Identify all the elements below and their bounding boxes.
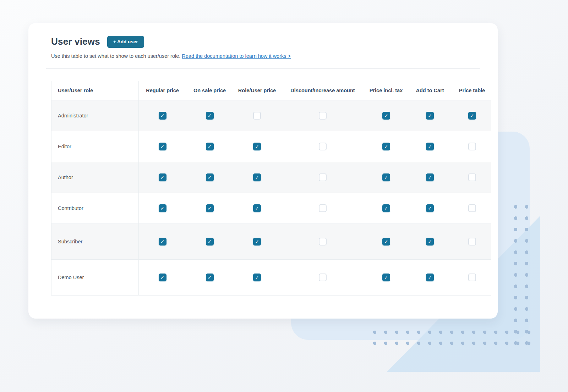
cell: ✓ bbox=[139, 193, 186, 223]
checkbox-administrator-role-user-price[interactable] bbox=[253, 112, 261, 120]
checkbox-author-discount-increase-amount[interactable] bbox=[319, 173, 327, 181]
checkbox-demo-user-role-user-price[interactable]: ✓ bbox=[253, 274, 261, 281]
checkbox-administrator-discount-increase-amount[interactable] bbox=[319, 112, 327, 120]
check-icon: ✓ bbox=[255, 175, 259, 180]
checkbox-subscriber-regular-price[interactable]: ✓ bbox=[159, 238, 166, 245]
cell: ✓ bbox=[139, 131, 186, 162]
table-row-author: Author✓✓✓✓✓ bbox=[51, 162, 491, 193]
checkbox-demo-user-on-sale-price[interactable]: ✓ bbox=[206, 274, 214, 281]
check-icon: ✓ bbox=[384, 144, 388, 149]
cell: ✓ bbox=[233, 260, 281, 295]
checkbox-contributor-role-user-price[interactable]: ✓ bbox=[253, 204, 261, 212]
cell bbox=[281, 100, 365, 131]
checkbox-contributor-add-to-cart[interactable]: ✓ bbox=[426, 204, 434, 212]
checkbox-editor-role-user-price[interactable]: ✓ bbox=[253, 143, 261, 150]
checkbox-editor-regular-price[interactable]: ✓ bbox=[159, 143, 166, 150]
checkbox-subscriber-role-user-price[interactable]: ✓ bbox=[253, 238, 261, 245]
cell: ✓ bbox=[139, 162, 186, 193]
table-header-row-container: User/User roleRegular priceOn sale price… bbox=[51, 81, 491, 100]
cell: ✓ bbox=[186, 131, 233, 162]
cell: ✓ bbox=[186, 260, 233, 295]
check-icon: ✓ bbox=[160, 205, 165, 210]
decor-dots-vertical bbox=[510, 201, 532, 349]
check-icon: ✓ bbox=[208, 239, 212, 244]
checkbox-editor-price-incl-tax[interactable]: ✓ bbox=[382, 143, 390, 150]
checkbox-editor-on-sale-price[interactable]: ✓ bbox=[206, 143, 214, 150]
row-label: Administrator bbox=[51, 100, 139, 131]
checkbox-demo-user-add-to-cart[interactable]: ✓ bbox=[426, 274, 434, 281]
cell: ✓ bbox=[139, 260, 186, 295]
checkbox-author-add-to-cart[interactable]: ✓ bbox=[426, 173, 434, 181]
cell: ✓ bbox=[365, 131, 408, 162]
table-row-subscriber: Subscriber✓✓✓✓✓ bbox=[51, 224, 491, 260]
checkbox-administrator-regular-price[interactable]: ✓ bbox=[159, 112, 166, 120]
cell bbox=[233, 100, 281, 131]
table-row-contributor: Contributor✓✓✓✓✓ bbox=[51, 193, 491, 224]
cell bbox=[281, 131, 365, 162]
cell: ✓ bbox=[408, 100, 452, 131]
cell: ✓ bbox=[365, 260, 408, 295]
checkbox-author-price-incl-tax[interactable]: ✓ bbox=[382, 173, 390, 181]
row-label: Subscriber bbox=[51, 224, 139, 259]
checkbox-contributor-price-table[interactable] bbox=[468, 204, 476, 212]
check-icon: ✓ bbox=[255, 239, 259, 244]
checkbox-contributor-price-incl-tax[interactable]: ✓ bbox=[382, 204, 390, 212]
row-label: Demo User bbox=[51, 260, 139, 295]
checkbox-author-on-sale-price[interactable]: ✓ bbox=[206, 173, 214, 181]
checkbox-administrator-price-table[interactable]: ✓ bbox=[468, 112, 476, 120]
cell: ✓ bbox=[186, 100, 233, 131]
cell: ✓ bbox=[408, 193, 452, 223]
table-row-editor: Editor✓✓✓✓✓ bbox=[51, 131, 491, 162]
checkbox-contributor-regular-price[interactable]: ✓ bbox=[159, 204, 166, 212]
column-header-user-user-role: User/User role bbox=[51, 81, 139, 100]
cell: ✓ bbox=[408, 260, 452, 295]
checkbox-demo-user-regular-price[interactable]: ✓ bbox=[159, 274, 166, 281]
checkbox-demo-user-price-incl-tax[interactable]: ✓ bbox=[382, 274, 390, 281]
page-background: User views + Add user Use this table to … bbox=[0, 0, 568, 392]
check-icon: ✓ bbox=[428, 175, 432, 180]
cell: ✓ bbox=[452, 100, 492, 131]
column-header-price-incl-tax: Price incl. tax bbox=[365, 81, 408, 100]
check-icon: ✓ bbox=[428, 113, 432, 118]
checkbox-subscriber-on-sale-price[interactable]: ✓ bbox=[206, 238, 214, 245]
cell: ✓ bbox=[365, 162, 408, 193]
add-user-button[interactable]: + Add user bbox=[107, 36, 144, 48]
checkbox-author-regular-price[interactable]: ✓ bbox=[159, 173, 166, 181]
check-icon: ✓ bbox=[255, 275, 259, 280]
table-header-row: User/User roleRegular priceOn sale price… bbox=[51, 81, 491, 100]
checkbox-subscriber-price-incl-tax[interactable]: ✓ bbox=[382, 238, 390, 245]
checkbox-administrator-price-incl-tax[interactable]: ✓ bbox=[382, 112, 390, 120]
check-icon: ✓ bbox=[428, 144, 432, 149]
cell bbox=[281, 260, 365, 295]
column-header-regular-price: Regular price bbox=[139, 81, 186, 100]
checkbox-administrator-add-to-cart[interactable]: ✓ bbox=[426, 112, 434, 120]
table-body: Administrator✓✓✓✓✓Editor✓✓✓✓✓Author✓✓✓✓✓… bbox=[51, 100, 491, 296]
checkbox-author-price-table[interactable] bbox=[468, 173, 476, 181]
cell: ✓ bbox=[139, 100, 186, 131]
table-row-administrator: Administrator✓✓✓✓✓ bbox=[51, 100, 491, 131]
checkbox-editor-price-table[interactable] bbox=[468, 143, 476, 150]
checkbox-demo-user-price-table[interactable] bbox=[468, 274, 476, 281]
checkbox-administrator-on-sale-price[interactable]: ✓ bbox=[206, 112, 214, 120]
column-header-on-sale-price: On sale price bbox=[186, 81, 233, 100]
check-icon: ✓ bbox=[160, 175, 165, 180]
checkbox-subscriber-price-table[interactable] bbox=[468, 238, 476, 245]
checkbox-subscriber-add-to-cart[interactable]: ✓ bbox=[426, 238, 434, 245]
user-views-table: User/User roleRegular priceOn sale price… bbox=[51, 81, 491, 296]
checkbox-subscriber-discount-increase-amount[interactable] bbox=[319, 238, 327, 245]
cell: ✓ bbox=[365, 224, 408, 259]
documentation-link[interactable]: Read the documentation to learn how it w… bbox=[182, 53, 291, 59]
check-icon: ✓ bbox=[428, 239, 432, 244]
column-header-role-user-price: Role/User price bbox=[233, 81, 281, 100]
check-icon: ✓ bbox=[384, 175, 388, 180]
checkbox-demo-user-discount-increase-amount[interactable] bbox=[319, 274, 327, 281]
cell bbox=[452, 162, 492, 193]
checkbox-editor-add-to-cart[interactable]: ✓ bbox=[426, 143, 434, 150]
cell: ✓ bbox=[408, 131, 452, 162]
checkbox-contributor-on-sale-price[interactable]: ✓ bbox=[206, 204, 214, 212]
description-text: Use this table to set what to show to ea… bbox=[51, 53, 180, 59]
cell bbox=[281, 162, 365, 193]
checkbox-editor-discount-increase-amount[interactable] bbox=[319, 143, 327, 150]
checkbox-author-role-user-price[interactable]: ✓ bbox=[253, 173, 261, 181]
checkbox-contributor-discount-increase-amount[interactable] bbox=[319, 204, 327, 212]
